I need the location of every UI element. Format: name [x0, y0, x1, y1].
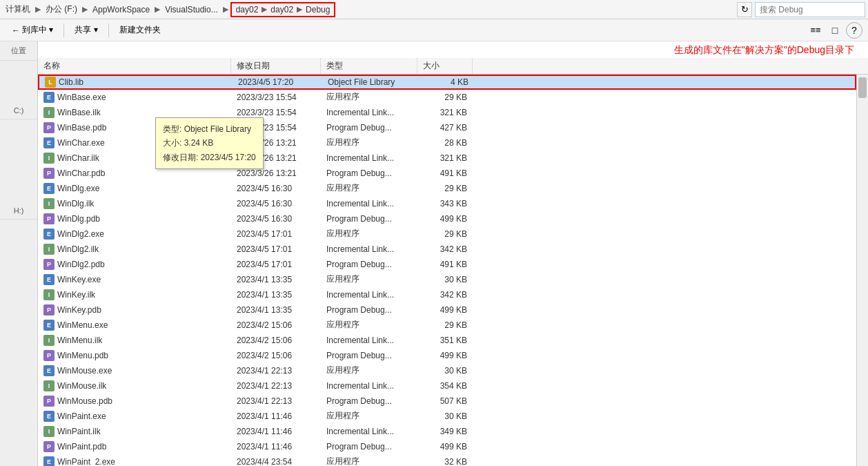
- file-size: 30 KB: [417, 411, 473, 421]
- scrollbar[interactable]: [856, 75, 868, 466]
- file-date: 2023/4/1 22:13: [231, 381, 321, 391]
- file-type: 应用程序: [321, 273, 417, 285]
- file-type: Incremental Link...: [321, 244, 417, 254]
- exe-icon: E: [43, 92, 55, 103]
- exe-icon: E: [43, 183, 55, 194]
- file-name: WinMenu.exe: [57, 320, 108, 330]
- file-type: Program Debug...: [321, 396, 417, 406]
- tooltip-size: 大小: 3.24 KB: [163, 136, 256, 150]
- pdb-icon: P: [43, 304, 55, 315]
- file-type: Incremental Link...: [321, 336, 417, 345]
- column-headers: 名称 修改日期 类型 大小: [38, 58, 868, 75]
- table-row[interactable]: E WinMenu.exe 2023/4/2 15:06 应用程序 29 KB: [38, 318, 856, 333]
- view-tiles-button[interactable]: □: [827, 22, 843, 39]
- toolbar-right: ≡≡ □ ?: [807, 22, 862, 39]
- file-date: 2023/4/1 13:35: [231, 275, 321, 284]
- file-type: 应用程序: [321, 456, 417, 466]
- nav-item-h[interactable]: H:): [0, 202, 37, 220]
- file-size: 32 KB: [417, 457, 473, 467]
- col-header-date[interactable]: 修改日期: [231, 58, 321, 74]
- col-header-size[interactable]: 大小: [417, 58, 473, 74]
- file-name: WinBase.ilk: [57, 108, 101, 117]
- file-type: Program Debug...: [321, 168, 417, 178]
- file-name: WinChar.exe: [57, 138, 105, 148]
- ilk-icon: I: [43, 335, 55, 346]
- file-size: 30 KB: [417, 366, 473, 376]
- file-name: WinDlg2.pdb: [57, 260, 105, 269]
- table-row[interactable]: I WinMouse.ilk 2023/4/1 22:13 Incrementa…: [38, 378, 856, 394]
- file-name: Clib.lib: [59, 77, 83, 87]
- address-bar: 计算机 ▶ 办公 (F:) ▶ AppWorkSpace ▶ VisualStu…: [0, 0, 868, 19]
- nav-item-location[interactable]: 位置: [0, 41, 37, 61]
- file-date: 2023/4/5 16:30: [231, 199, 321, 208]
- table-row[interactable]: E WinDlg2.exe 2023/4/5 17:01 应用程序 29 KB: [38, 226, 856, 242]
- table-row[interactable]: I WinKey.ilk 2023/4/1 13:35 Incremental …: [38, 287, 856, 302]
- pdb-icon: P: [43, 396, 55, 407]
- nav-item-c[interactable]: C:): [0, 102, 37, 119]
- ilk-icon: I: [43, 153, 55, 164]
- file-size: 491 KB: [417, 168, 473, 178]
- col-header-name[interactable]: 名称: [38, 58, 231, 74]
- breadcrumb-debug[interactable]: Debug: [303, 3, 333, 16]
- file-name: WinChar.ilk: [57, 153, 99, 163]
- breadcrumb-bangong[interactable]: 办公 (F:): [43, 2, 80, 17]
- file-name: WinKey.exe: [57, 275, 101, 284]
- table-row[interactable]: E WinMouse.exe 2023/4/1 22:13 应用程序 30 KB: [38, 363, 856, 378]
- help-button[interactable]: ?: [846, 22, 862, 39]
- table-row[interactable]: I WinDlg.ilk 2023/4/5 16:30 Incremental …: [38, 196, 856, 211]
- exe-icon: E: [43, 274, 55, 285]
- table-row[interactable]: E WinBase.exe 2023/3/23 15:54 应用程序 29 KB: [38, 90, 856, 105]
- table-row[interactable]: L Clib.lib 2023/4/5 17:20 Object File Li…: [38, 75, 856, 90]
- breadcrumb-day02-1[interactable]: day02: [233, 3, 262, 16]
- file-type: Incremental Link...: [321, 427, 417, 436]
- file-date: 2023/3/26 13:21: [231, 168, 321, 178]
- ilk-icon: I: [43, 380, 55, 391]
- table-row[interactable]: P WinDlg2.pdb 2023/4/5 17:01 Program Deb…: [38, 257, 856, 272]
- sep-5: ▶: [261, 5, 268, 14]
- exe-icon: E: [43, 137, 55, 148]
- refresh-button[interactable]: ↻: [737, 2, 752, 17]
- file-date: 2023/4/1 11:46: [231, 427, 321, 436]
- file-date: 2023/4/1 22:13: [231, 366, 321, 376]
- file-type: 应用程序: [321, 319, 417, 331]
- table-row[interactable]: P WinPaint.pdb 2023/4/1 11:46 Program De…: [38, 439, 856, 454]
- table-row[interactable]: P WinMouse.pdb 2023/4/1 22:13 Program De…: [38, 394, 856, 409]
- table-row[interactable]: P WinDlg.pdb 2023/4/5 16:30 Program Debu…: [38, 211, 856, 226]
- ilk-icon: I: [43, 244, 55, 255]
- share-button[interactable]: 共享 ▾: [68, 21, 103, 39]
- table-row[interactable]: I WinPaint.ilk 2023/4/1 11:46 Incrementa…: [38, 424, 856, 439]
- file-date: 2023/4/5 17:01: [231, 260, 321, 269]
- exe-icon: E: [43, 456, 55, 467]
- ilk-icon: I: [43, 198, 55, 209]
- ilk-icon: I: [43, 426, 55, 437]
- file-size: 29 KB: [417, 184, 473, 193]
- new-folder-button[interactable]: 新建文件夹: [113, 21, 167, 39]
- file-date: 2023/4/1 13:35: [231, 305, 321, 315]
- table-row[interactable]: P WinMenu.pdb 2023/4/2 15:06 Program Deb…: [38, 348, 856, 363]
- table-row[interactable]: P WinKey.pdb 2023/4/1 13:35 Program Debu…: [38, 302, 856, 318]
- col-header-type[interactable]: 类型: [321, 58, 417, 74]
- table-row[interactable]: E WinPaint.exe 2023/4/1 11:46 应用程序 30 KB: [38, 409, 856, 424]
- file-name: WinBase.exe: [57, 93, 106, 102]
- breadcrumb-jisuanji[interactable]: 计算机: [3, 2, 33, 17]
- breadcrumb-visualstudio[interactable]: VisualStudio...: [162, 3, 221, 16]
- sep-6: ▶: [296, 5, 303, 14]
- pdb-icon: P: [43, 350, 55, 361]
- scrollbar-thumb[interactable]: [858, 77, 867, 98]
- table-row[interactable]: I WinMenu.ilk 2023/4/2 15:06 Incremental…: [38, 333, 856, 348]
- back-to-library-button[interactable]: ← 到库中 ▾: [6, 21, 59, 39]
- file-size: 499 KB: [417, 351, 473, 360]
- file-name: WinPaint.ilk: [57, 427, 101, 436]
- table-row[interactable]: E WinKey.exe 2023/4/1 13:35 应用程序 30 KB: [38, 272, 856, 287]
- breadcrumb-day02-2[interactable]: day02: [268, 3, 296, 16]
- breadcrumb-appworkspace[interactable]: AppWorkSpace: [90, 3, 152, 16]
- view-details-button[interactable]: ≡≡: [807, 22, 824, 39]
- table-row[interactable]: E WinPaint_2.exe 2023/4/4 23:54 应用程序 32 …: [38, 454, 856, 466]
- file-name: WinKey.ilk: [57, 290, 95, 300]
- table-row[interactable]: I WinDlg2.ilk 2023/4/5 17:01 Incremental…: [38, 242, 856, 257]
- file-type: Program Debug...: [321, 305, 417, 315]
- file-size: 499 KB: [417, 442, 473, 452]
- table-row[interactable]: E WinDlg.exe 2023/4/5 16:30 应用程序 29 KB: [38, 181, 856, 196]
- address-right: ↻: [737, 2, 865, 17]
- search-input[interactable]: [755, 2, 865, 17]
